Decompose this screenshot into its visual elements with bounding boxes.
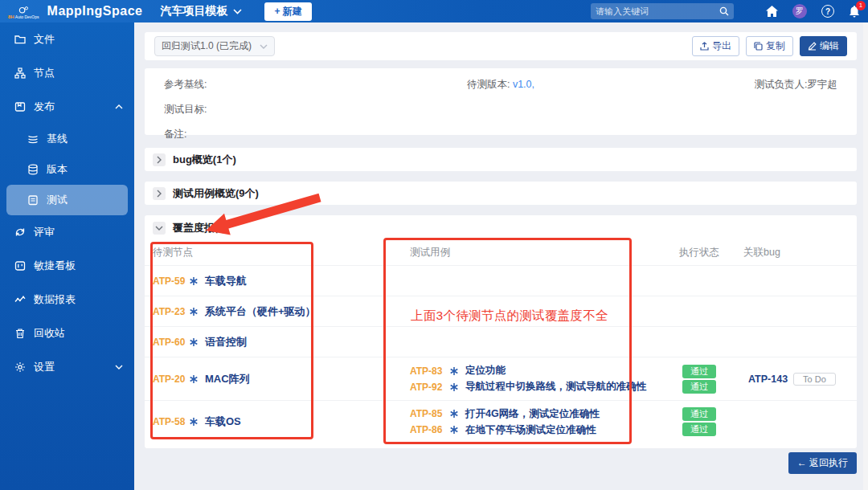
table-row: ATP-59 车载导航	[145, 265, 857, 296]
copy-button[interactable]: 复制	[746, 36, 793, 56]
goal-label: 测试目标:	[164, 103, 837, 116]
node-id-link[interactable]: ATP-20	[153, 374, 188, 385]
table-row: ATP-23 系统平台（硬件+驱动）	[145, 296, 857, 326]
case-id-link[interactable]: ATP-86	[410, 424, 448, 435]
app-logo: 8H Auto DevOps	[8, 4, 39, 19]
table-row: ATP-20 MAC阵列 ATP-83 定位功能 ATP-92 导航过程中切换路…	[145, 357, 857, 400]
sidebar-item-data-reports[interactable]: 数据报表	[0, 283, 134, 316]
remark-label: 备注:	[164, 128, 837, 141]
notification-badge: 1	[856, 1, 866, 10]
case-desc: 定位功能	[465, 364, 506, 378]
search-input[interactable]	[596, 6, 719, 16]
test-plan-select[interactable]: 回归测试1.0 (已完成)	[154, 36, 275, 56]
case-asterisk-icon	[450, 367, 458, 375]
section-bug-overview[interactable]: bug概览(1个)	[145, 148, 857, 171]
case-asterisk-icon	[450, 426, 458, 434]
table-row: ATP-60 语音控制	[145, 326, 857, 357]
sidebar-item-recycle-bin[interactable]: 回收站	[0, 316, 134, 350]
new-button[interactable]: + 新建	[264, 2, 311, 21]
sidebar-item-review[interactable]: 评审	[0, 215, 134, 249]
sidebar-item-files[interactable]: 文件	[0, 22, 134, 56]
sidebar-item-test[interactable]: 测试	[6, 185, 128, 215]
case-id-link[interactable]: ATP-85	[410, 408, 448, 419]
folder-icon	[14, 34, 26, 45]
sidebar-item-settings[interactable]: 设置	[0, 350, 134, 384]
database-icon	[27, 164, 39, 175]
chevron-down-icon	[233, 9, 242, 14]
project-switcher[interactable]: 汽车项目模板	[160, 4, 242, 18]
sidebar-nav: 文件 节点 发布 基线 版本 测试 评审 敏捷看板 数据报表 回收站 设置	[0, 22, 134, 490]
edit-pencil-icon	[808, 42, 817, 51]
col-bug: 关联bug	[743, 246, 857, 259]
release-icon	[14, 101, 26, 112]
test-case: ATP-92 导航过程中切换路线，测试导航的准确性	[410, 379, 679, 395]
node-name: 车载OS	[205, 414, 241, 429]
help-icon[interactable]: ?	[821, 5, 834, 18]
notification-bell-icon[interactable]: 1	[849, 6, 860, 18]
edit-button[interactable]: 编辑	[800, 36, 847, 56]
main-content: 回归测试1.0 (已完成) 导出 复制 编辑 参考基线: 待测版本: v1.0,…	[134, 22, 868, 490]
plan-info-panel: 参考基线: 待测版本: v1.0, 测试负责人:罗宇超 测试目标: 备注:	[145, 68, 857, 135]
case-asterisk-icon	[450, 410, 458, 418]
chart-line-icon	[14, 294, 26, 305]
coverage-table: 待测节点 测试用例 执行状态 关联bug ATP-59 车载导航 ATP-23 …	[145, 240, 857, 443]
version-link[interactable]: v1.0,	[513, 79, 534, 90]
gear-icon	[14, 361, 26, 373]
cloud-logo-icon	[18, 4, 29, 15]
node-asterisk-icon	[190, 418, 198, 426]
chevron-down-icon[interactable]	[153, 222, 166, 235]
node-name: 系统平台（硬件+驱动）	[205, 304, 316, 319]
search-icon[interactable]	[719, 6, 729, 16]
test-clipboard-icon	[27, 194, 39, 206]
sidebar-item-release[interactable]: 发布	[0, 90, 134, 124]
node-id-link[interactable]: ATP-59	[153, 276, 188, 287]
case-id-link[interactable]: ATP-83	[410, 365, 448, 377]
test-case: ATP-83 定位功能	[410, 363, 679, 379]
status-badge-pass: 通过	[682, 407, 716, 421]
node-asterisk-icon	[190, 277, 198, 285]
global-search[interactable]	[591, 3, 734, 19]
export-icon	[700, 42, 709, 51]
node-name: 车载导航	[205, 274, 247, 288]
export-button[interactable]: 导出	[692, 36, 739, 56]
sidebar-item-baseline[interactable]: 基线	[0, 124, 134, 154]
node-asterisk-icon	[190, 308, 198, 316]
sidebar-item-nodes[interactable]: 节点	[0, 56, 134, 90]
chevron-down-icon	[115, 365, 123, 370]
baseline-label: 参考基线:	[164, 78, 388, 92]
nodes-tree-icon	[14, 67, 26, 79]
top-navbar: 8H Auto DevOps MappIngSpace 汽车项目模板 + 新建 …	[0, 0, 868, 22]
chevron-right-icon[interactable]	[153, 153, 166, 166]
case-desc: 在地下停车场测试定位准确性	[465, 423, 596, 437]
node-asterisk-icon	[190, 375, 198, 383]
case-id-link[interactable]: ATP-92	[410, 382, 448, 393]
plan-toolbar: 回归测试1.0 (已完成) 导出 复制 编辑	[145, 32, 857, 60]
test-case: ATP-85 打开4G网络，测试定位准确性	[410, 406, 679, 422]
node-id-link[interactable]: ATP-58	[153, 416, 188, 427]
node-asterisk-icon	[190, 338, 198, 346]
chevron-right-icon[interactable]	[153, 187, 166, 200]
coverage-header[interactable]: 覆盖度报告	[145, 215, 857, 240]
case-desc: 打开4G网络，测试定位准确性	[465, 407, 600, 421]
status-badge-pass: 通过	[682, 365, 716, 378]
sidebar-item-version[interactable]: 版本	[0, 154, 134, 185]
node-id-link[interactable]: ATP-60	[153, 337, 188, 348]
case-asterisk-icon	[450, 383, 458, 391]
node-id-link[interactable]: ATP-23	[153, 306, 188, 317]
bug-id-link[interactable]: ATP-143	[748, 374, 788, 385]
table-header-row: 待测节点 测试用例 执行状态 关联bug	[145, 240, 857, 265]
col-case: 测试用例	[410, 246, 679, 259]
chevron-down-icon	[260, 44, 268, 49]
home-icon[interactable]	[766, 6, 778, 17]
kanban-board-icon	[14, 260, 26, 272]
sidebar-item-agile-board[interactable]: 敏捷看板	[0, 249, 134, 283]
back-to-execution-button[interactable]: ← 返回执行	[788, 452, 857, 474]
chevron-up-icon	[115, 104, 123, 109]
user-avatar[interactable]: 罗	[792, 4, 807, 18]
col-node: 待测节点	[153, 246, 410, 259]
section-case-overview[interactable]: 测试用例概览(9个)	[145, 182, 857, 205]
linked-bug: ATP-143 To Do	[743, 373, 857, 386]
scrollbar[interactable]	[863, 22, 868, 490]
status-badge-pass: 通过	[682, 380, 716, 394]
section-coverage-report: 覆盖度报告 待测节点 测试用例 执行状态 关联bug ATP-59 车载导航	[145, 215, 857, 448]
